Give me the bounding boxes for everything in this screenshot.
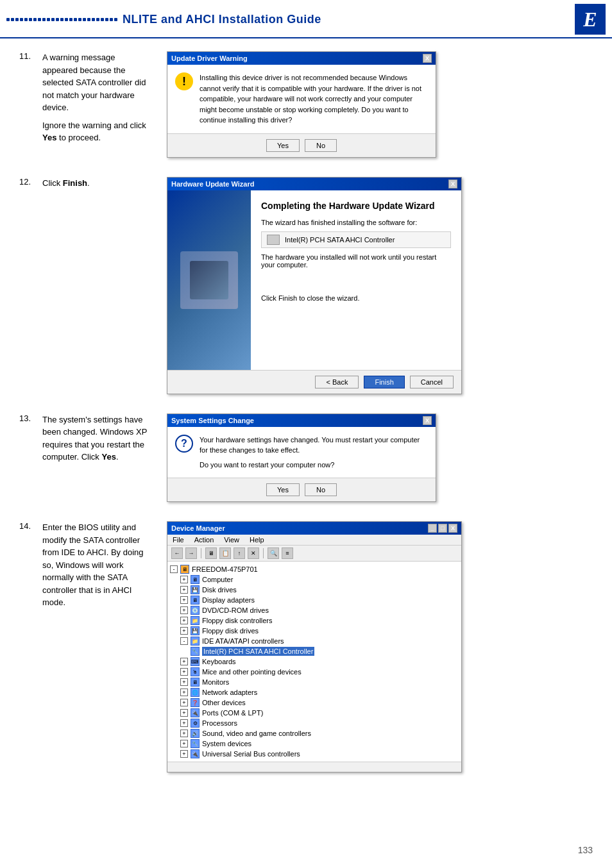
tree-item-display[interactable]: + 🖥 Display adapters [180, 595, 459, 605]
yes-button[interactable]: Yes [266, 139, 300, 152]
forward-toolbar-icon[interactable]: → [185, 547, 197, 559]
item-icon: 🖥 [191, 596, 200, 605]
step-14-body: Enter the BIOS utility and modify the SA… [42, 521, 148, 609]
tree-root-row[interactable]: - 🖥 FREEDOM-475P701 [170, 564, 459, 574]
step-11-text: 11. A warning message appeared because t… [19, 51, 148, 158]
tree-expand-icon[interactable]: - [170, 565, 178, 573]
scan-toolbar-icon[interactable]: 🔍 [268, 547, 279, 559]
back-button[interactable]: < Back [315, 376, 359, 388]
wizard-button-row: < Back Finish Cancel [167, 370, 461, 394]
item-icon: 🔧 [191, 739, 200, 748]
minimize-icon[interactable]: _ [428, 524, 437, 533]
close-icon[interactable]: X [423, 54, 432, 63]
item-icon: 📁 [191, 637, 200, 646]
step-11-dialog-area: Update Driver Warning X ! Installing thi… [167, 51, 593, 158]
item-icon: 🔊 [191, 729, 200, 738]
expand-icon[interactable]: + [180, 740, 188, 747]
expand-icon[interactable]: + [180, 627, 188, 635]
header-dots [6, 18, 117, 21]
devmgr-titlebar: Device Manager _ □ X [167, 522, 461, 535]
tree-item-sound[interactable]: + 🔊 Sound, video and game controllers [180, 728, 459, 739]
wizard-image [180, 251, 238, 309]
step-11-number: 11. [19, 51, 37, 114]
item-icon: 🖱 [191, 667, 200, 676]
expand-icon[interactable]: + [180, 606, 188, 614]
no-button[interactable]: No [305, 483, 337, 496]
tree-item-usb[interactable]: + 🔌 Universal Serial Bus controllers [180, 749, 459, 759]
finish-button[interactable]: Finish [364, 376, 404, 388]
cancel-button[interactable]: Cancel [410, 376, 454, 388]
item-icon: 🌐 [191, 688, 200, 697]
tree-item-processors[interactable]: + ⚙ Processors [180, 718, 459, 728]
question-icon: ? [175, 435, 193, 453]
expand-icon[interactable]: + [180, 586, 188, 594]
wizard-footer-text: Click Finish to close the wizard. [261, 294, 451, 302]
computer-toolbar-icon[interactable]: 🖥 [205, 547, 217, 559]
expand-icon[interactable]: + [180, 689, 188, 696]
tree-item-ports[interactable]: + 🔌 Ports (COM & LPT) [180, 708, 459, 718]
wizard-left-panel [167, 190, 251, 370]
resources-toolbar-icon[interactable]: ≡ [282, 547, 293, 559]
tree-item-ahci-highlighted[interactable]: 🔧 Intel(R) PCH SATA AHCI Controller [191, 646, 459, 656]
close-icon[interactable]: X [448, 524, 457, 533]
menu-view[interactable]: View [224, 536, 239, 544]
expand-icon[interactable]: + [180, 617, 188, 624]
item-icon: 📁 [191, 616, 200, 625]
expand-icon[interactable]: + [180, 699, 188, 706]
expand-icon[interactable]: + [180, 668, 188, 676]
tree-item-dvd[interactable]: + 💿 DVD/CD-ROM drives [180, 605, 459, 615]
system-dialog-sub: Do you want to restart your computer now… [200, 460, 428, 471]
tree-item-network[interactable]: + 🌐 Network adapters [180, 687, 459, 697]
uninstall-toolbar-icon[interactable]: ✕ [248, 547, 259, 559]
menu-action[interactable]: Action [194, 536, 214, 544]
step-13-dialog-area: System Settings Change X ? Your hardware… [167, 413, 593, 503]
system-dialog-buttons: Yes No [167, 478, 436, 501]
props-toolbar-icon[interactable]: 📋 [219, 547, 231, 559]
restore-icon[interactable]: □ [438, 524, 447, 533]
item-icon: ❓ [191, 698, 200, 707]
expand-icon[interactable]: + [180, 658, 188, 665]
tree-item-system[interactable]: + 🔧 System devices [180, 739, 459, 749]
dialog-titlebar-warning: Update Driver Warning X [167, 52, 436, 65]
expand-icon[interactable]: + [180, 596, 188, 604]
wizard-text2: The hardware you installed will not work… [261, 253, 451, 269]
item-icon: 🔌 [191, 708, 200, 717]
yes-button[interactable]: Yes [266, 483, 300, 496]
step-12-section: 12. Click Finish. Hardware Update Wizard… [19, 177, 593, 394]
tree-item-monitors[interactable]: + 🖥 Monitors [180, 677, 459, 687]
close-icon[interactable]: X [448, 179, 457, 188]
tree-item-other[interactable]: + ❓ Other devices [180, 697, 459, 708]
item-icon: 💾 [191, 626, 200, 635]
dialog-title-warning: Update Driver Warning [171, 54, 248, 62]
no-button[interactable]: No [305, 139, 337, 152]
menu-file[interactable]: File [173, 536, 184, 544]
header-logo: E [575, 4, 606, 35]
close-icon[interactable]: X [423, 416, 432, 425]
devmgr-titlebar-controls: _ □ X [428, 524, 457, 533]
wizard-body: Completing the Hardware Update Wizard Th… [167, 190, 461, 370]
system-dialog-body: ? Your hardware settings have changed. Y… [167, 427, 436, 478]
system-titlebar-controls: X [423, 416, 432, 425]
wizard-titlebar: Hardware Update Wizard X [167, 178, 461, 190]
tree-item-disk[interactable]: + 💾 Disk drives [180, 585, 459, 595]
tree-item-floppy-ctrl[interactable]: + 📁 Floppy disk controllers [180, 615, 459, 626]
update-toolbar-icon[interactable]: ↑ [234, 547, 245, 559]
expand-icon[interactable]: + [180, 730, 188, 737]
system-dialog-titlebar: System Settings Change X [167, 414, 436, 427]
expand-icon[interactable]: + [180, 576, 188, 583]
expand-icon[interactable]: + [180, 709, 188, 717]
tree-item-mice[interactable]: + 🖱 Mice and other pointing devices [180, 667, 459, 677]
back-toolbar-icon[interactable]: ← [171, 547, 183, 559]
tree-item-keyboards[interactable]: + ⌨ Keyboards [180, 656, 459, 667]
devmgr-statusbar [167, 762, 461, 772]
tree-item-computer[interactable]: + 🖥 Computer [180, 574, 459, 585]
wizard-text1: The wizard has finished installing the s… [261, 219, 451, 226]
menu-help[interactable]: Help [250, 536, 264, 544]
tree-item-ide[interactable]: - 📁 IDE ATA/ATAPI controllers [180, 636, 459, 646]
expand-icon[interactable]: + [180, 719, 188, 727]
step-13-number: 13. [19, 413, 37, 463]
expand-icon[interactable]: - [180, 637, 188, 645]
expand-icon[interactable]: + [180, 750, 188, 758]
expand-icon[interactable]: + [180, 678, 188, 686]
tree-item-floppy-drv[interactable]: + 💾 Floppy disk drives [180, 626, 459, 636]
